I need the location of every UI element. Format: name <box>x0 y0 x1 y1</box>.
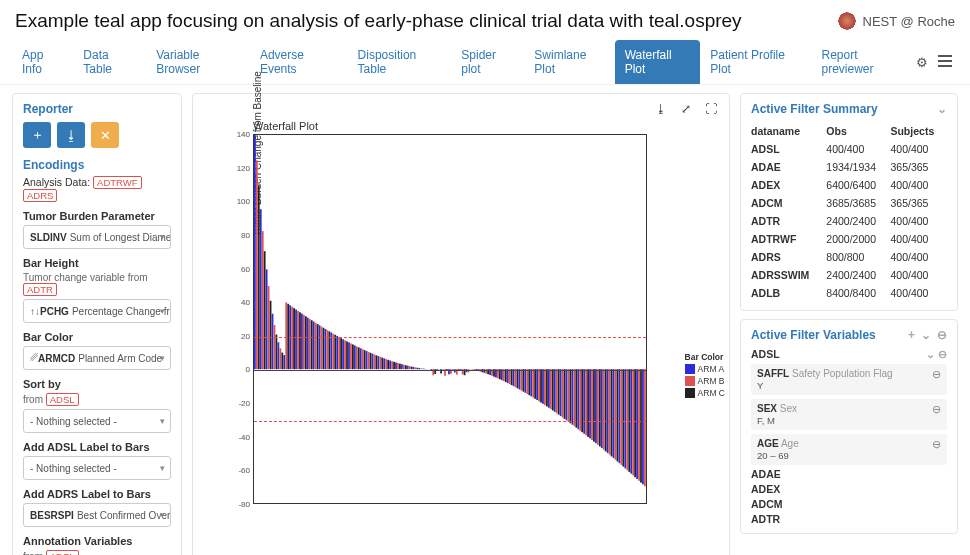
chevron-down-icon[interactable]: ⌄ <box>921 328 931 342</box>
svg-rect-60 <box>372 354 374 370</box>
svg-rect-43 <box>338 337 340 369</box>
svg-rect-151 <box>550 369 552 409</box>
svg-rect-176 <box>599 369 601 446</box>
bar-height-select[interactable]: ↑↓ PCHGPercentage Change from Base <box>23 299 171 323</box>
add-card-button[interactable]: ＋ <box>23 122 51 148</box>
download-plot-icon[interactable]: ⭳ <box>655 102 667 116</box>
expand-plot-icon[interactable]: ⤢ <box>681 102 691 116</box>
svg-rect-39 <box>330 333 332 370</box>
svg-rect-78 <box>407 366 409 369</box>
svg-rect-158 <box>564 369 566 419</box>
tab-waterfall-plot[interactable]: Waterfall Plot <box>615 40 701 84</box>
svg-rect-12 <box>278 342 280 369</box>
tab-app-info[interactable]: App Info <box>12 40 73 84</box>
zero-line <box>254 370 646 371</box>
tab-disposition-table[interactable]: Disposition Table <box>348 40 452 84</box>
svg-rect-46 <box>344 340 346 369</box>
remove-filter-icon[interactable]: ⊖ <box>932 368 941 381</box>
svg-rect-169 <box>585 369 587 435</box>
svg-rect-193 <box>632 369 634 475</box>
svg-rect-140 <box>528 369 530 395</box>
hamburger-icon[interactable] <box>938 55 952 67</box>
svg-rect-195 <box>636 369 638 479</box>
table-row: ADCM3685/3685365/365 <box>751 194 947 212</box>
add-filter-icon[interactable]: + <box>908 328 915 342</box>
svg-rect-41 <box>334 335 336 369</box>
svg-rect-53 <box>358 347 360 369</box>
tab-data-table[interactable]: Data Table <box>73 40 146 84</box>
svg-rect-27 <box>307 318 309 370</box>
tab-variable-browser[interactable]: Variable Browser <box>146 40 250 84</box>
filter-chip[interactable]: SAFFL Safety Population FlagY⊖ <box>751 364 947 395</box>
svg-rect-86 <box>423 369 425 370</box>
svg-rect-132 <box>513 369 515 386</box>
svg-rect-85 <box>421 368 423 369</box>
svg-rect-144 <box>536 369 538 400</box>
svg-rect-180 <box>607 369 609 453</box>
filter-chip[interactable]: AGE Age20 – 69⊖ <box>751 434 947 465</box>
svg-rect-174 <box>595 369 597 443</box>
tab-report-previewer[interactable]: Report previewer <box>812 40 917 84</box>
add-adsl-select[interactable]: - Nothing selected - <box>23 456 171 480</box>
svg-rect-61 <box>374 354 376 369</box>
svg-rect-67 <box>385 359 387 369</box>
adtr-tag: ADTR <box>23 283 57 296</box>
tumor-param-label: Tumor Burden Parameter <box>23 210 171 222</box>
svg-rect-182 <box>611 369 613 456</box>
remove-filter-icon[interactable]: ⊖ <box>932 403 941 416</box>
analysis-tag: ADRS <box>23 189 57 202</box>
filter-dataset[interactable]: ADCM <box>751 498 947 510</box>
svg-rect-154 <box>556 369 558 413</box>
remove-filters-icon[interactable]: ⊖ <box>937 328 947 342</box>
table-row: ADSL400/400400/400 <box>751 140 947 158</box>
tab-adverse-events[interactable]: Adverse Events <box>250 40 348 84</box>
svg-rect-44 <box>340 338 342 369</box>
fullscreen-plot-icon[interactable]: ⛶ <box>705 102 717 116</box>
svg-rect-185 <box>617 369 619 461</box>
svg-rect-62 <box>376 355 378 369</box>
svg-rect-13 <box>279 348 281 369</box>
tab-bar: App InfoData TableVariable BrowserAdvers… <box>0 40 970 85</box>
tab-patient-profile-plot[interactable]: Patient Profile Plot <box>700 40 811 84</box>
svg-rect-137 <box>523 369 525 391</box>
reset-button[interactable]: ✕ <box>91 122 119 148</box>
svg-rect-71 <box>393 362 395 369</box>
add-adrs-select[interactable]: BESRSPIBest Confirmed Overall Respo <box>23 503 171 527</box>
bar-color-select[interactable]: ␥ ARMCDPlanned Arm Code <box>23 346 171 370</box>
remove-filter-icon[interactable]: ⊖ <box>932 438 941 451</box>
svg-rect-181 <box>609 369 611 455</box>
svg-rect-52 <box>356 346 358 369</box>
svg-rect-34 <box>321 327 323 370</box>
filter-dataset[interactable]: ADTR <box>751 513 947 525</box>
encodings-heading: Encodings <box>23 158 171 172</box>
filter-dataset[interactable]: ADEX <box>751 483 947 495</box>
gear-icon[interactable]: ⚙ <box>916 55 928 70</box>
svg-rect-24 <box>301 314 303 370</box>
download-button[interactable]: ⭳ <box>57 122 85 148</box>
sortby-select[interactable]: - Nothing selected - <box>23 409 171 433</box>
svg-rect-68 <box>387 360 389 369</box>
tab-spider-plot[interactable]: Spider plot <box>451 40 524 84</box>
svg-rect-135 <box>519 369 521 389</box>
table-row: ADAE1934/1934365/365 <box>751 158 947 176</box>
svg-rect-161 <box>570 369 572 423</box>
legend-item: ARM C <box>685 388 725 398</box>
annot-vars-label: Annotation Variables <box>23 535 171 547</box>
svg-rect-5 <box>264 251 266 369</box>
filter-summary-title: Active Filter Summary <box>751 102 878 116</box>
filter-chip[interactable]: SEX SexF, M⊖ <box>751 399 947 430</box>
tabbar-tools: ⚙ <box>916 55 958 70</box>
svg-rect-83 <box>417 368 419 369</box>
svg-rect-29 <box>311 320 313 369</box>
tab-swimlane-plot[interactable]: Swimlane Plot <box>524 40 614 84</box>
tumor-param-select[interactable]: SLDINVSum of Longest Diameter by Inv <box>23 225 171 249</box>
filter-dataset[interactable]: ADAE <box>751 468 947 480</box>
svg-rect-0 <box>254 135 256 369</box>
svg-rect-160 <box>568 369 570 422</box>
filter-dataset-adsl[interactable]: ADSL ⌄ ⊖ <box>751 348 947 360</box>
svg-rect-58 <box>368 352 370 369</box>
svg-rect-14 <box>281 353 283 370</box>
sortby-label: Sort by <box>23 378 171 390</box>
chevron-down-icon[interactable]: ⌄ <box>937 102 947 116</box>
svg-rect-11 <box>276 335 278 370</box>
